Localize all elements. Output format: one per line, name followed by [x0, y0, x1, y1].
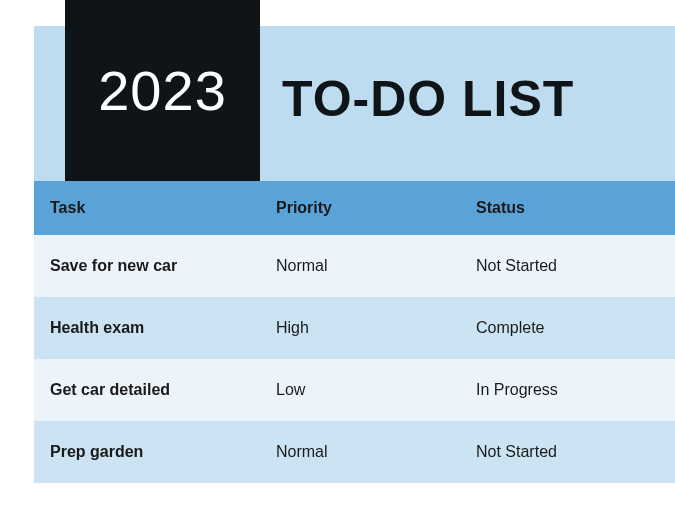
table-row: Get car detailed Low In Progress	[34, 359, 675, 421]
col-task: Task	[34, 199, 260, 217]
year-text: 2023	[98, 58, 227, 123]
cell-priority: Low	[260, 381, 460, 399]
todo-table: Task Priority Status Save for new car No…	[34, 181, 675, 483]
cell-status: Not Started	[460, 257, 675, 275]
cell-status: Not Started	[460, 443, 675, 461]
page-title: TO-DO LIST	[282, 70, 574, 128]
cell-task: Health exam	[34, 319, 260, 337]
cell-status: In Progress	[460, 381, 675, 399]
cell-task: Prep garden	[34, 443, 260, 461]
cell-task: Get car detailed	[34, 381, 260, 399]
table-header-row: Task Priority Status	[34, 181, 675, 235]
table-row: Save for new car Normal Not Started	[34, 235, 675, 297]
cell-priority: Normal	[260, 443, 460, 461]
col-status: Status	[460, 199, 675, 217]
cell-status: Complete	[460, 319, 675, 337]
cell-task: Save for new car	[34, 257, 260, 275]
year-block: 2023	[65, 0, 260, 181]
col-priority: Priority	[260, 199, 460, 217]
table-row: Prep garden Normal Not Started	[34, 421, 675, 483]
table-row: Health exam High Complete	[34, 297, 675, 359]
cell-priority: High	[260, 319, 460, 337]
cell-priority: Normal	[260, 257, 460, 275]
